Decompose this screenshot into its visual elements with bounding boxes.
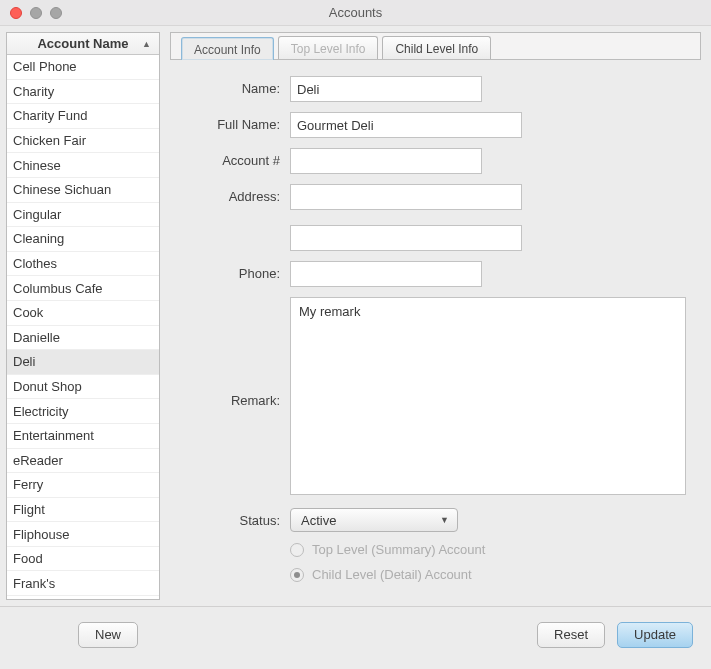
table-row[interactable]: Cingular <box>7 203 159 228</box>
name-field[interactable] <box>290 76 482 102</box>
address-line2-field[interactable] <box>290 225 522 251</box>
button-label: Reset <box>554 627 588 642</box>
table-row[interactable]: Danielle <box>7 326 159 351</box>
table-row[interactable]: Deli <box>7 350 159 375</box>
remark-label: Remark: <box>180 388 280 408</box>
remark-field[interactable] <box>290 297 686 495</box>
child-level-radio-label: Child Level (Detail) Account <box>312 567 472 582</box>
top-level-radio[interactable] <box>290 543 304 557</box>
address-label: Address: <box>180 184 280 204</box>
tab-child-level-info[interactable]: Child Level Info <box>382 36 491 59</box>
column-header-account-name: Account Name <box>15 36 151 51</box>
chevron-down-icon: ▼ <box>440 515 449 525</box>
table-row[interactable]: Columbus Cafe <box>7 276 159 301</box>
status-value: Active <box>301 513 336 528</box>
fullname-label: Full Name: <box>180 112 280 132</box>
reset-button[interactable]: Reset <box>537 622 605 648</box>
button-label: New <box>95 627 121 642</box>
sort-ascending-icon: ▲ <box>142 39 151 49</box>
phone-label: Phone: <box>180 261 280 281</box>
tab-label: Child Level Info <box>395 42 478 56</box>
table-row[interactable]: Cell Phone <box>7 55 159 80</box>
tab-bar: Account Info Top Level Info Child Level … <box>170 32 701 60</box>
status-select[interactable]: Active ▼ <box>290 508 458 532</box>
table-header[interactable]: Account Name ▲ <box>7 33 159 55</box>
table-row[interactable]: Chinese <box>7 153 159 178</box>
table-row[interactable]: Electricity <box>7 399 159 424</box>
table-row[interactable]: Ferry <box>7 473 159 498</box>
table-row[interactable]: Flight <box>7 498 159 523</box>
footer-bar: New Reset Update <box>0 606 711 662</box>
title-bar: Accounts <box>0 0 711 26</box>
accountnum-field[interactable] <box>290 148 482 174</box>
table-row[interactable]: Charity <box>7 80 159 105</box>
child-level-radio[interactable] <box>290 568 304 582</box>
fullname-field[interactable] <box>290 112 522 138</box>
new-button[interactable]: New <box>78 622 138 648</box>
top-level-radio-label: Top Level (Summary) Account <box>312 542 485 557</box>
address-line1-field[interactable] <box>290 184 522 210</box>
table-row[interactable]: Food <box>7 547 159 572</box>
table-row[interactable]: Cook <box>7 301 159 326</box>
table-row[interactable]: Donut Shop <box>7 375 159 400</box>
table-row[interactable]: Frank's <box>7 571 159 596</box>
button-label: Update <box>634 627 676 642</box>
table-row[interactable]: Cleaning <box>7 227 159 252</box>
table-row[interactable]: Charity Fund <box>7 104 159 129</box>
name-label: Name: <box>180 76 280 96</box>
table-row[interactable]: Clothes <box>7 252 159 277</box>
tab-account-info[interactable]: Account Info <box>181 37 274 60</box>
update-button[interactable]: Update <box>617 622 693 648</box>
table-row[interactable]: Chinese Sichuan <box>7 178 159 203</box>
status-label: Status: <box>180 508 280 528</box>
accountnum-label: Account # <box>180 148 280 168</box>
tab-label: Top Level Info <box>291 42 366 56</box>
account-name-table: Account Name ▲ Cell PhoneCharityCharity … <box>6 32 160 600</box>
table-row[interactable]: Fliphouse <box>7 522 159 547</box>
window-title: Accounts <box>0 5 711 20</box>
table-row[interactable]: Entertainment <box>7 424 159 449</box>
phone-field[interactable] <box>290 261 482 287</box>
table-body[interactable]: Cell PhoneCharityCharity FundChicken Fai… <box>7 55 159 599</box>
tab-label: Account Info <box>194 43 261 57</box>
table-row[interactable]: Chicken Fair <box>7 129 159 154</box>
table-row[interactable]: eReader <box>7 449 159 474</box>
tab-top-level-info[interactable]: Top Level Info <box>278 36 379 59</box>
